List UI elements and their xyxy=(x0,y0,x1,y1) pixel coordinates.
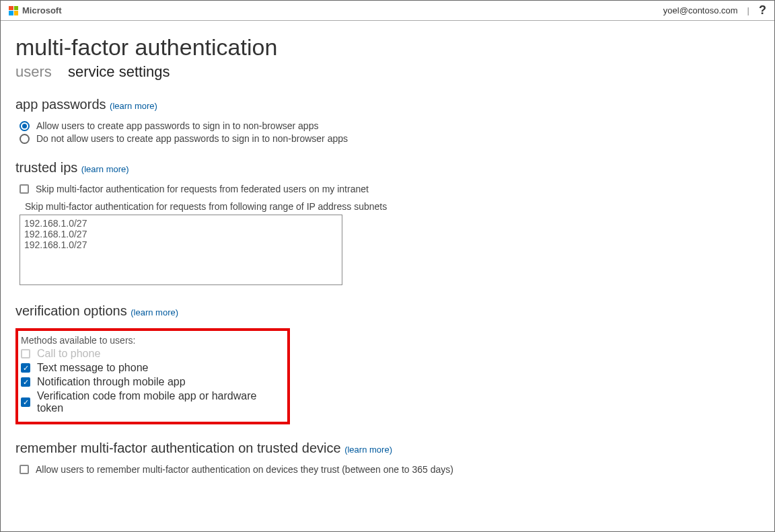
checkbox-label: Verification code from mobile app or har… xyxy=(37,390,285,414)
radio-allow-app-passwords[interactable] xyxy=(20,121,30,131)
checkbox-label: Call to phone xyxy=(37,348,100,360)
microsoft-logo-icon xyxy=(9,6,18,15)
learn-more-remember[interactable]: learn more xyxy=(344,445,392,455)
learn-more-trusted-ips[interactable]: learn more xyxy=(81,164,129,174)
verification-methods-highlight: Methods available to users: Call to phon… xyxy=(15,328,290,424)
help-icon[interactable]: ? xyxy=(759,3,766,17)
section-title-label: verification options xyxy=(15,303,127,318)
section-remember-mfa: remember multi-factor authentication on … xyxy=(15,441,760,456)
learn-more-verification[interactable]: learn more xyxy=(131,307,178,317)
section-title-label: app passwords xyxy=(15,97,106,112)
radio-label: Allow users to create app passwords to s… xyxy=(36,120,318,131)
methods-available-label: Methods available to users: xyxy=(21,335,285,346)
section-title-label: remember multi-factor authentication on … xyxy=(15,441,341,455)
tabs: users service settings xyxy=(15,63,760,81)
section-app-passwords: app passwords learn more xyxy=(15,97,760,112)
section-verification-options: verification options learn more xyxy=(15,303,760,319)
section-title-label: trusted ips xyxy=(15,160,77,175)
top-bar: Microsoft yoel@contoso.com | ? xyxy=(1,1,774,21)
separator: | xyxy=(747,5,749,15)
checkbox-verification-code[interactable] xyxy=(21,397,30,407)
checkbox-label: Notification through mobile app xyxy=(37,376,186,388)
tab-users[interactable]: users xyxy=(15,63,52,81)
checkbox-remember-mfa[interactable] xyxy=(20,465,29,474)
tab-service-settings[interactable]: service settings xyxy=(68,63,170,81)
checkbox-skip-federated[interactable] xyxy=(20,184,29,194)
ip-subnets-textarea[interactable] xyxy=(20,215,342,285)
checkbox-text-message[interactable] xyxy=(21,363,30,373)
ip-ranges-label: Skip multi-factor authentication for req… xyxy=(25,201,760,212)
radio-label: Do not allow users to create app passwor… xyxy=(36,133,348,144)
section-trusted-ips: trusted ips learn more xyxy=(15,160,760,176)
brand-label: Microsoft xyxy=(22,5,62,15)
checkbox-notification-app[interactable] xyxy=(21,377,30,387)
radio-disallow-app-passwords[interactable] xyxy=(20,134,30,144)
learn-more-app-passwords[interactable]: learn more xyxy=(110,101,157,111)
checkbox-call-to-phone[interactable] xyxy=(21,349,30,358)
user-email[interactable]: yoel@contoso.com xyxy=(663,5,738,15)
checkbox-label: Allow users to remember multi-factor aut… xyxy=(36,464,453,475)
checkbox-label: Skip multi-factor authentication for req… xyxy=(36,184,369,194)
brand: Microsoft xyxy=(9,5,62,15)
page-title: multi-factor authentication xyxy=(15,34,760,61)
checkbox-label: Text message to phone xyxy=(37,362,148,374)
